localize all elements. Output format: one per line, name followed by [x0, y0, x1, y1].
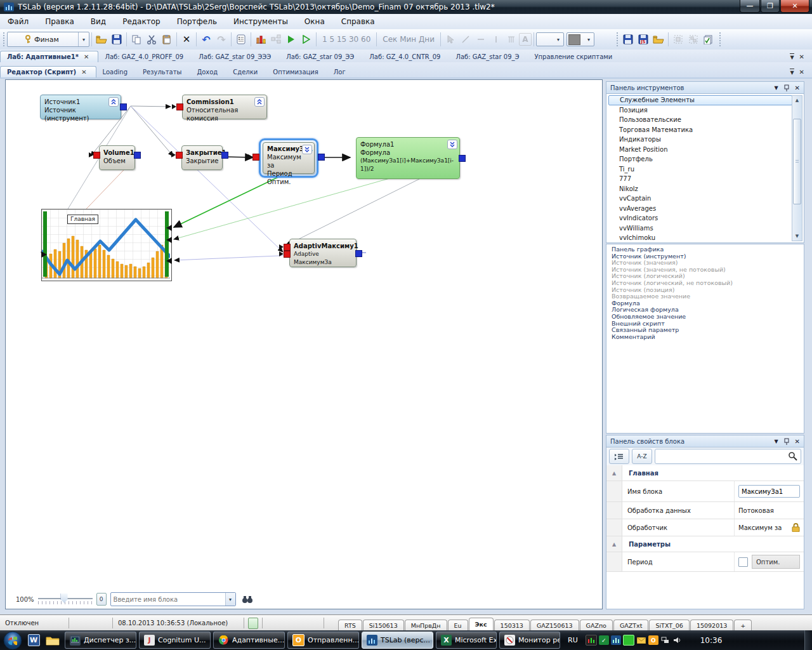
input-port[interactable] [93, 152, 100, 159]
scroll-down-icon[interactable]: ▼ [792, 232, 802, 241]
tool-category[interactable]: Market Position [608, 145, 792, 155]
validate-script-button[interactable] [701, 32, 716, 47]
block-name-input[interactable] [738, 485, 800, 498]
output-port[interactable] [355, 250, 362, 257]
tray-network-icon[interactable] [660, 635, 671, 645]
collapse-down-icon[interactable] [302, 145, 312, 154]
tab-log[interactable]: Лог [327, 67, 355, 77]
instrument-tab[interactable]: GAZпо [580, 620, 613, 631]
tab-loading[interactable]: Loading [96, 67, 136, 77]
run-agent-button[interactable] [299, 32, 314, 47]
pin-icon[interactable] [784, 84, 789, 91]
tool-category[interactable]: Индикаторы [608, 135, 792, 145]
tab-lab-gaz-star1[interactable]: Лаб: GAZ_star 09_Э [449, 51, 528, 62]
input-port[interactable] [176, 103, 183, 110]
taskbar-clock[interactable]: 10:36 [700, 636, 723, 645]
undo-button[interactable]: ↶ [199, 32, 214, 47]
broker-dropdown-icon[interactable]: ▾ [78, 32, 89, 46]
input-port[interactable] [176, 152, 183, 159]
save-script-as-button[interactable]: JS [636, 32, 651, 47]
section-collapse-icon[interactable]: ▲ [606, 536, 622, 552]
block-adaptive1[interactable]: AdaptivМаксиму1 Adaptive МаксимумЗа [289, 239, 357, 267]
menu-file[interactable]: Файл [0, 15, 36, 28]
open-workspace-button[interactable] [94, 32, 109, 47]
instrument-tab[interactable]: GAZ150613 [530, 620, 579, 631]
tab-list-chevron-icon[interactable]: ▼ [790, 53, 794, 60]
block-formula1[interactable]: Формула1 Формула (МаксимуЗа1[i]+МаксимуЗ… [356, 137, 460, 179]
hline-tool-button[interactable] [473, 32, 488, 47]
block-volume1[interactable]: Volume1 Объем [99, 145, 135, 170]
tab-lab-gz-cntr[interactable]: Лаб: GZ_4.0_CNTR_09 [363, 51, 449, 62]
line-width-combobox[interactable]: ▾ [536, 32, 564, 46]
tab-lab-gaz-star2[interactable]: Лаб: GAZ_star 09_ЭЭ [280, 51, 363, 62]
block-source1[interactable]: Источник1 Источник (инструмент) [40, 95, 121, 119]
pin-icon[interactable] [784, 438, 789, 445]
collapse-up-icon[interactable] [254, 97, 265, 107]
taskbar-button-tslab[interactable]: TSLab (верс... [362, 632, 433, 649]
panel-menu-chevron-icon[interactable]: ▼ [774, 85, 778, 91]
instrument-tab[interactable]: SiTXT_06 [649, 620, 689, 631]
instrument-tab[interactable]: GAZTxt [613, 620, 649, 631]
redo-button[interactable]: ↷ [214, 32, 229, 47]
cut-icon[interactable] [144, 32, 159, 47]
tool-category[interactable]: Ti_ru [608, 164, 792, 175]
input-port[interactable] [252, 154, 259, 161]
fibo-tool-button[interactable] [504, 32, 519, 47]
property-value[interactable]: Потоковая [735, 502, 804, 519]
taskbar-button-excel[interactable]: X Microsoft Ex... [436, 632, 497, 649]
tab-lab-gaz-star3[interactable]: Лаб: GAZ_star 09_ЭЭЭ [192, 51, 280, 62]
pinned-explorer-button[interactable] [42, 635, 63, 646]
tray-equalizer-icon[interactable] [586, 635, 597, 646]
script-canvas[interactable]: Источник1 Источник (инструмент) Commissi… [5, 79, 603, 609]
pinned-word-button[interactable]: W [25, 634, 42, 646]
tool-category[interactable]: Портфель [608, 154, 792, 164]
save-workspace-button[interactable] [109, 32, 124, 47]
instrument-tab[interactable]: 15092013 [690, 620, 733, 631]
diagram-view-button[interactable] [268, 32, 284, 47]
tool-category[interactable]: Пользовательские [608, 115, 792, 125]
instrument-tab[interactable]: Si150613 [363, 620, 404, 631]
optimize-checkbox[interactable] [738, 557, 748, 567]
output-port[interactable] [120, 103, 127, 110]
close-button[interactable]: ✕ [780, 0, 809, 13]
copy-button[interactable] [129, 32, 144, 47]
color-combobox[interactable]: ▾ [566, 32, 594, 46]
search-dropdown-icon[interactable]: ▾ [225, 593, 235, 606]
tab-lab-gaz-proff[interactable]: Лаб: GAZ_4.0_PROFF_09 [98, 51, 192, 62]
tool-category[interactable]: vvWilliams [608, 223, 792, 234]
menu-editor[interactable]: Редактор [115, 15, 167, 28]
taskbar-button-outlook[interactable]: O Отправленн... [287, 632, 359, 649]
taskbar-button-chrome[interactable]: Адаптивные... [213, 632, 285, 649]
tray-mail-icon[interactable] [636, 635, 646, 645]
taskbar-button-taskmanager[interactable]: Диспетчер з... [65, 632, 136, 649]
pane-label[interactable]: Главная [67, 215, 98, 224]
tab-script-manager[interactable]: Управление скриптами [528, 51, 621, 62]
menu-windows[interactable]: Окна [297, 15, 332, 28]
minimize-button[interactable]: — [740, 0, 760, 13]
tool-category[interactable]: vvAverages [608, 204, 792, 214]
tab-results[interactable]: Результаты [136, 67, 190, 77]
menu-view[interactable]: Вид [83, 15, 114, 28]
element-item[interactable]: Возвращаемое значение [612, 293, 804, 300]
tray-status-icon[interactable] [623, 635, 634, 646]
timeframe-presets[interactable]: 1 5 15 30 60 [318, 35, 374, 44]
tray-outlook-icon[interactable]: O [648, 635, 658, 645]
add-instrument-tab[interactable]: + [734, 620, 752, 631]
tab-optimization[interactable]: Оптимизация [266, 67, 327, 77]
find-block-button[interactable] [240, 593, 255, 606]
panel-close-icon[interactable]: ✕ [795, 84, 800, 91]
close-tab-icon[interactable]: ✕ [84, 53, 89, 60]
ungroup-blocks-button[interactable] [686, 32, 701, 47]
instrument-tab[interactable]: Eu [448, 620, 468, 631]
close-row-icon[interactable]: ✕ [799, 69, 804, 76]
block-maximum1-selection[interactable]: МаксимуЗа1 Максимум за Период Оптим. [259, 138, 318, 178]
tray-volume-icon[interactable] [672, 635, 683, 645]
tab-list-chevron-icon[interactable]: ▼ [790, 69, 794, 76]
tool-category[interactable]: 777 [608, 174, 792, 184]
taskbar-button-monitor[interactable]: Монитор ре... [499, 632, 560, 649]
close-tab-icon[interactable]: ✕ [81, 69, 86, 76]
restore-button[interactable]: ❐ [761, 0, 780, 13]
menu-portfolio[interactable]: Портфель [169, 15, 225, 28]
zoom-slider[interactable] [38, 593, 93, 606]
vline-tool-button[interactable] [488, 32, 504, 47]
